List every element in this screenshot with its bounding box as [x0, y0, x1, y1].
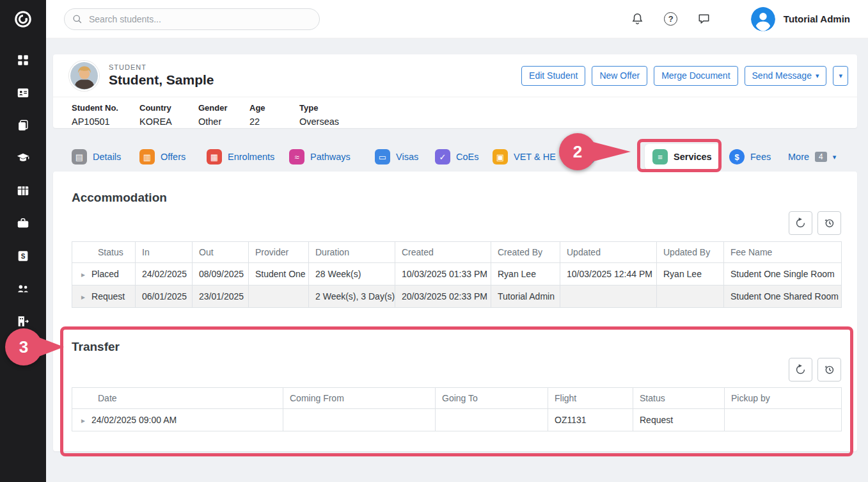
refresh-button[interactable]: [789, 211, 812, 235]
visas-icon: ▭: [375, 149, 390, 165]
accommodation-title: Accommodation: [72, 172, 841, 205]
refresh-icon: [794, 364, 807, 376]
info-value-gender: Other: [198, 116, 249, 127]
col-created-by[interactable]: Created By: [491, 242, 560, 263]
accommodation-row[interactable]: ▸Placed 24/02/2025 08/09/2025 Student On…: [72, 263, 842, 285]
col-provider[interactable]: Provider: [249, 242, 309, 263]
col-pickup-by[interactable]: Pickup by: [725, 388, 842, 409]
tab-fees[interactable]: $ Fees: [729, 149, 771, 165]
expand-caret-icon[interactable]: ▸: [81, 416, 85, 425]
transfer-toolbar: [72, 358, 841, 382]
col-coming-from[interactable]: Coming From: [283, 388, 436, 409]
tab-coes[interactable]: ✓ CoEs: [435, 149, 478, 165]
notifications-bell-icon[interactable]: [629, 11, 646, 28]
dashboard-icon[interactable]: [10, 52, 36, 68]
contacts-icon[interactable]: [10, 85, 36, 100]
help-icon[interactable]: ?: [663, 11, 679, 28]
col-going-to[interactable]: Going To: [436, 388, 548, 409]
col-updated-by[interactable]: Updated By: [657, 242, 724, 263]
expand-caret-icon[interactable]: ▸: [81, 293, 85, 301]
finance-icon[interactable]: S: [10, 248, 36, 264]
tab-details[interactable]: ▤ Details: [72, 149, 121, 165]
info-label-student-no: Student No.: [72, 103, 139, 113]
search-input[interactable]: [64, 8, 320, 30]
merge-document-button[interactable]: Merge Document: [654, 66, 738, 86]
topbar-actions: ? Tutorial Admin: [629, 7, 850, 31]
details-icon: ▤: [72, 149, 87, 165]
refresh-button[interactable]: [789, 358, 812, 382]
student-tabs: ▤ Details ▥ Offers ▦ Enrolments ≈ Pathwa…: [53, 142, 857, 172]
accommodation-toolbar: [72, 211, 841, 235]
history-button[interactable]: [817, 358, 841, 382]
info-value-age: 22: [249, 116, 299, 127]
info-value-country: KOREA: [139, 116, 198, 127]
col-in[interactable]: In: [136, 242, 193, 263]
refresh-icon: [794, 217, 807, 229]
offers-icon: ▥: [139, 149, 155, 165]
new-offer-button[interactable]: New Offer: [592, 66, 647, 86]
history-button[interactable]: [817, 211, 841, 235]
chevron-down-icon: ▾: [833, 153, 837, 161]
community-icon[interactable]: [10, 281, 36, 296]
tables-icon[interactable]: [10, 183, 36, 198]
tab-enrolments[interactable]: ▦ Enrolments: [207, 149, 274, 165]
accommodation-header-row: Status In Out Provider Duration Created …: [72, 242, 842, 263]
history-icon: [823, 364, 835, 376]
enrolments-icon: ▦: [207, 149, 222, 165]
transfer-row[interactable]: ▸24/02/2025 09:00 AM OZ1131 Request: [72, 409, 842, 431]
logo-icon: [13, 10, 33, 29]
user-menu[interactable]: Tutorial Admin: [751, 7, 850, 31]
campus-icon[interactable]: [10, 314, 36, 329]
info-label-age: Age: [249, 103, 299, 113]
accommodation-row[interactable]: ▸Request 06/01/2025 23/01/2025 2 Week(s)…: [72, 285, 842, 308]
coes-icon: ✓: [435, 149, 450, 165]
col-status[interactable]: Status: [72, 242, 136, 263]
edit-student-button[interactable]: Edit Student: [521, 66, 585, 86]
tab-vet-he[interactable]: ▣ VET & HE: [493, 149, 556, 165]
agents-icon[interactable]: [10, 216, 36, 231]
student-name: Student, Sample: [109, 72, 214, 88]
tab-offers[interactable]: ▥ Offers: [139, 149, 185, 165]
fees-icon: $: [729, 149, 745, 165]
user-avatar-icon: [751, 7, 775, 31]
transfer-title: Transfer: [72, 308, 841, 354]
tab-more[interactable]: More 4 ▾: [788, 152, 836, 162]
documents-icon[interactable]: [10, 118, 36, 133]
annotation-step-3-callout: 3: [5, 328, 42, 366]
send-message-button[interactable]: Send Message▾: [745, 66, 827, 86]
search-icon: [71, 13, 84, 26]
history-icon: [823, 217, 835, 229]
annotation-step-2-callout: 2: [559, 133, 596, 170]
student-type-label: STUDENT: [109, 63, 214, 71]
app-logo[interactable]: [0, 0, 46, 38]
more-actions-dropdown-button[interactable]: ▾: [833, 66, 848, 86]
info-value-student-no: AP10501: [72, 116, 139, 127]
col-fee-name[interactable]: Fee Name: [724, 242, 842, 263]
user-name: Tutorial Admin: [784, 13, 850, 24]
tab-pathways[interactable]: ≈ Pathways: [289, 149, 351, 165]
chat-icon[interactable]: [696, 11, 713, 28]
info-value-type: Overseas: [299, 116, 376, 127]
search-box: [64, 8, 320, 30]
col-updated[interactable]: Updated: [560, 242, 657, 263]
sidebar-nav: S: [10, 38, 36, 329]
expand-caret-icon[interactable]: ▸: [81, 270, 85, 279]
student-header-card: STUDENT Student, Sample Edit Student New…: [53, 54, 857, 128]
courses-icon[interactable]: [10, 150, 36, 166]
col-created[interactable]: Created: [395, 242, 491, 263]
col-status[interactable]: Status: [633, 388, 725, 409]
col-date[interactable]: Date: [72, 388, 283, 409]
col-duration[interactable]: Duration: [309, 242, 395, 263]
info-label-gender: Gender: [198, 103, 249, 113]
svg-text:S: S: [21, 253, 26, 260]
tab-services[interactable]: ≡ Services: [645, 144, 720, 170]
tab-visas[interactable]: ▭ Visas: [375, 149, 418, 165]
sidebar: S: [0, 0, 46, 482]
more-count-badge: 4: [815, 152, 827, 162]
chevron-down-icon: ▾: [839, 72, 842, 80]
student-actions: Edit Student New Offer Merge Document Se…: [521, 66, 848, 86]
col-out[interactable]: Out: [193, 242, 249, 263]
transfer-table: Date Coming From Going To Flight Status …: [72, 387, 842, 431]
student-photo[interactable]: [69, 61, 99, 91]
col-flight[interactable]: Flight: [548, 388, 633, 409]
